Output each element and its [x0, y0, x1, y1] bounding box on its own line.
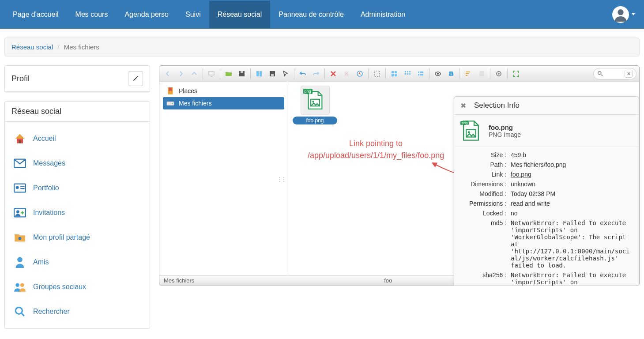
file-manager: + i	[159, 65, 640, 286]
svg-rect-38	[418, 74, 419, 75]
settings-button[interactable]	[493, 68, 505, 79]
gear-icon	[495, 70, 502, 77]
sidebar-item-portfolio[interactable]: Portfolio	[5, 176, 150, 200]
info-button[interactable]: i	[445, 68, 457, 79]
tree-places[interactable]: Places	[163, 85, 284, 97]
folder-plus-icon: +	[225, 70, 232, 77]
download-button[interactable]	[267, 68, 278, 79]
info-value: no	[511, 210, 633, 217]
fm-files-pane[interactable]: png foo.png Li	[288, 82, 639, 275]
forward-button[interactable]	[175, 68, 187, 79]
empty-button[interactable]	[341, 68, 352, 79]
info-key: Permissions :	[460, 200, 506, 207]
sidebar-item-label: Mon profil partagé	[33, 234, 90, 241]
shortcut-button[interactable]	[354, 68, 365, 79]
svg-text:+: +	[230, 70, 232, 74]
user-menu[interactable]	[608, 6, 640, 23]
nav-social[interactable]: Réseau social	[209, 1, 271, 28]
fullscreen-button[interactable]	[510, 68, 522, 79]
select-button[interactable]	[280, 68, 291, 79]
sidebar-item-label: Rechercher	[33, 308, 70, 316]
folder-user-icon	[14, 231, 26, 244]
breadcrumb-root[interactable]: Réseau social	[11, 43, 53, 51]
book-icon	[478, 70, 485, 77]
sidebar-item-search[interactable]: Rechercher	[5, 299, 150, 324]
nav-tracking[interactable]: Suivi	[177, 1, 209, 28]
sidebar-item-friends[interactable]: Amis	[5, 250, 150, 275]
nav-admin[interactable]: Administration	[352, 1, 414, 28]
selection-info-panel: ✖ Selection Info png	[454, 96, 639, 286]
preview-button[interactable]	[432, 68, 444, 79]
sidebar-item-label: Groupes sociaux	[33, 283, 86, 291]
redo-button[interactable]	[310, 68, 322, 79]
grid-small-icon	[404, 70, 411, 77]
info-key: Dimensions :	[460, 181, 506, 188]
search-input[interactable]	[605, 71, 623, 77]
svg-point-49	[498, 73, 500, 75]
view-small-button[interactable]	[402, 68, 413, 79]
tree-my-files[interactable]: Mes fichiers	[163, 97, 284, 109]
clear-search-button[interactable]: ✕	[625, 70, 633, 78]
svg-point-55	[312, 101, 314, 102]
nav-control-panel[interactable]: Panneau de contrôle	[270, 1, 352, 28]
sidebar-item-label: Amis	[33, 258, 49, 266]
up-button[interactable]	[188, 68, 200, 79]
svg-point-14	[15, 307, 22, 314]
sidebar-item-shared-profile[interactable]: Mon profil partagé	[5, 225, 150, 250]
nav-home[interactable]: Page d'accueil	[4, 1, 67, 28]
view-list-button[interactable]	[415, 68, 426, 79]
selectall-button[interactable]	[371, 68, 383, 79]
nav-agenda[interactable]: Agenda perso	[116, 1, 177, 28]
sort-icon	[465, 70, 472, 77]
user-plus-icon	[14, 207, 26, 219]
resize-handle[interactable]: ⋮⋮	[279, 170, 284, 188]
social-panel-title: Réseau social	[11, 107, 61, 116]
nav-courses[interactable]: Mes cours	[67, 1, 117, 28]
info-value: unknown	[511, 181, 633, 188]
toolbar-search[interactable]: ✕	[593, 68, 636, 79]
svg-point-5	[16, 186, 19, 189]
svg-rect-26	[392, 71, 394, 73]
close-info-button[interactable]: ✖	[460, 102, 466, 110]
sidebar-item-invitations[interactable]: Invitations	[5, 200, 150, 225]
tree-label: Mes fichiers	[179, 100, 212, 107]
svg-rect-33	[405, 73, 406, 75]
list-icon	[417, 70, 424, 77]
back-button[interactable]	[162, 68, 173, 79]
view-icons-button[interactable]	[388, 68, 400, 79]
eye-icon	[434, 70, 441, 77]
open-button[interactable]	[253, 68, 265, 79]
file-name-label: foo.png	[293, 117, 337, 124]
columns-icon	[256, 70, 263, 77]
svg-point-53	[172, 103, 173, 104]
delete-button[interactable]	[328, 68, 339, 79]
envelope-icon	[14, 157, 26, 170]
sidebar-item-social-groups[interactable]: Groupes sociaux	[5, 275, 150, 299]
svg-rect-25	[374, 71, 380, 76]
svg-point-57	[468, 131, 470, 133]
svg-rect-36	[418, 72, 419, 73]
doc-x-icon	[343, 70, 350, 77]
svg-point-41	[437, 73, 439, 75]
sidebar-item-home[interactable]: Accueil	[5, 126, 150, 151]
sidebar-item-label: Messages	[33, 159, 65, 167]
book-button[interactable]	[476, 68, 487, 79]
info-key: sha256 :	[460, 271, 506, 286]
expand-icon	[512, 70, 520, 77]
info-key: md5 :	[460, 219, 506, 269]
profile-panel-title: Profil	[11, 74, 30, 83]
sort-button[interactable]	[463, 68, 474, 79]
undo-button[interactable]	[297, 68, 309, 79]
file-item[interactable]: png foo.png	[292, 86, 338, 124]
upload-button[interactable]	[236, 68, 248, 79]
avatar	[612, 6, 629, 23]
edit-profile-button[interactable]	[128, 71, 143, 86]
svg-rect-32	[409, 71, 411, 72]
info-link[interactable]: foo.png	[511, 171, 633, 178]
info-file-name: foo.png	[489, 124, 521, 131]
network-button[interactable]	[206, 68, 217, 79]
svg-rect-6	[20, 186, 24, 187]
sidebar-item-messages[interactable]: Messages	[5, 151, 150, 176]
social-panel: Réseau social Accueil Messages Portfolio	[4, 101, 150, 329]
new-folder-button[interactable]: +	[223, 68, 234, 79]
